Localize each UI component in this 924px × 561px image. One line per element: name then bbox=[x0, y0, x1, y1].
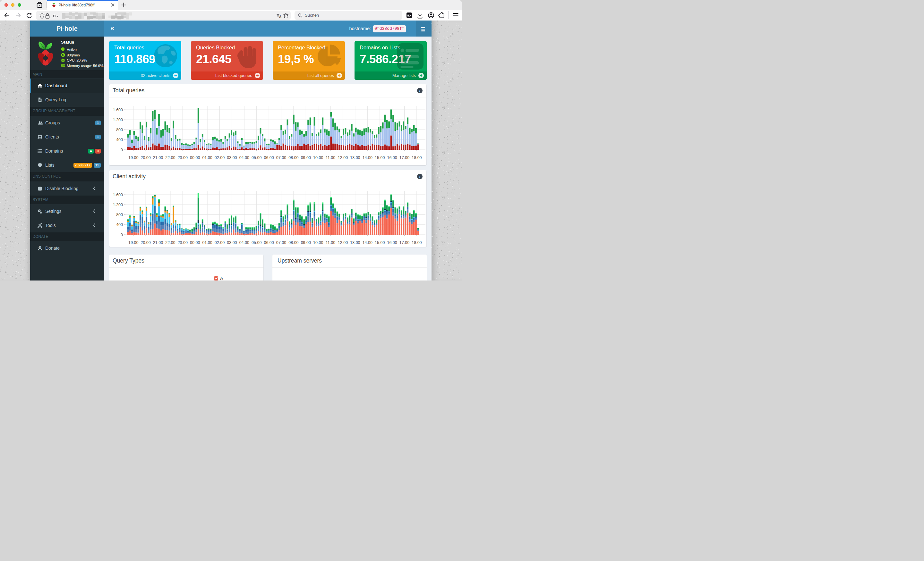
svg-text:14:00: 14:00 bbox=[363, 241, 372, 245]
svg-text:01:00: 01:00 bbox=[202, 241, 212, 245]
svg-text:00:00: 00:00 bbox=[190, 241, 200, 245]
svg-text:A: A bbox=[279, 15, 281, 18]
svg-text:08:00: 08:00 bbox=[288, 241, 298, 245]
svg-text:05:00: 05:00 bbox=[252, 241, 261, 245]
svg-text:11:00: 11:00 bbox=[326, 241, 335, 245]
svg-text:09:00: 09:00 bbox=[301, 241, 311, 245]
svg-text:06:00: 06:00 bbox=[264, 241, 274, 245]
svg-text:15:00: 15:00 bbox=[375, 241, 385, 245]
svg-text:13:00: 13:00 bbox=[350, 241, 360, 245]
svg-text:19:00: 19:00 bbox=[128, 241, 138, 245]
svg-text:400: 400 bbox=[116, 223, 123, 227]
svg-text:1.200: 1.200 bbox=[113, 203, 123, 207]
svg-text:07:00: 07:00 bbox=[276, 241, 286, 245]
svg-text:10:00: 10:00 bbox=[313, 241, 323, 245]
svg-text:1.600: 1.600 bbox=[113, 193, 123, 197]
svg-text:20:00: 20:00 bbox=[141, 241, 150, 245]
svg-text:23:00: 23:00 bbox=[178, 241, 188, 245]
svg-text:12:00: 12:00 bbox=[338, 241, 348, 245]
svg-text:04:00: 04:00 bbox=[239, 241, 249, 245]
svg-text:03:00: 03:00 bbox=[227, 241, 237, 245]
svg-text:16:00: 16:00 bbox=[387, 241, 397, 245]
svg-text:21:00: 21:00 bbox=[153, 241, 163, 245]
svg-text:18:00: 18:00 bbox=[412, 241, 422, 245]
svg-text:800: 800 bbox=[116, 212, 123, 217]
svg-text:0: 0 bbox=[121, 233, 123, 237]
svg-text:02:00: 02:00 bbox=[214, 241, 225, 245]
svg-text:17:00: 17:00 bbox=[399, 241, 410, 245]
svg-text:22:00: 22:00 bbox=[165, 241, 175, 245]
